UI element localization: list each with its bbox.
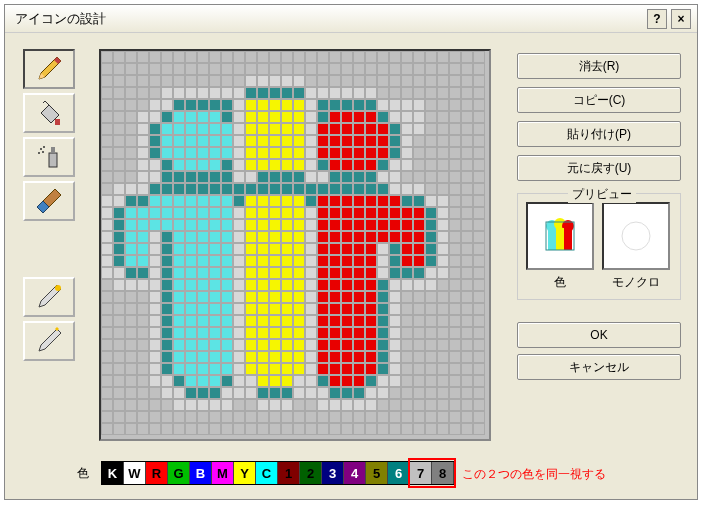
pixel-cell[interactable] (413, 411, 425, 423)
pixel-cell[interactable] (233, 303, 245, 315)
pixel-cell[interactable] (473, 267, 485, 279)
pixel-cell[interactable] (401, 255, 413, 267)
pixel-cell[interactable] (125, 363, 137, 375)
pixel-cell[interactable] (365, 387, 377, 399)
pixel-cell[interactable] (125, 291, 137, 303)
pixel-cell[interactable] (221, 231, 233, 243)
pixel-cell[interactable] (149, 303, 161, 315)
pixel-cell[interactable] (341, 399, 353, 411)
pixel-cell[interactable] (161, 207, 173, 219)
pixel-cell[interactable] (425, 195, 437, 207)
pixel-cell[interactable] (245, 51, 257, 63)
pixel-cell[interactable] (185, 207, 197, 219)
pixel-cell[interactable] (245, 123, 257, 135)
pixel-cell[interactable] (449, 111, 461, 123)
pixel-cell[interactable] (221, 219, 233, 231)
pixel-cell[interactable] (185, 51, 197, 63)
pixel-cell[interactable] (281, 123, 293, 135)
pixel-cell[interactable] (353, 51, 365, 63)
pixel-cell[interactable] (365, 303, 377, 315)
pixel-cell[interactable] (305, 99, 317, 111)
pixel-cell[interactable] (257, 375, 269, 387)
pixel-cell[interactable] (317, 339, 329, 351)
pixel-cell[interactable] (173, 339, 185, 351)
pixel-cell[interactable] (353, 219, 365, 231)
pixel-cell[interactable] (197, 387, 209, 399)
pixel-cell[interactable] (185, 243, 197, 255)
pixel-cell[interactable] (137, 159, 149, 171)
pixel-cell[interactable] (413, 63, 425, 75)
pixel-cell[interactable] (437, 327, 449, 339)
pixel-cell[interactable] (329, 63, 341, 75)
pixel-cell[interactable] (281, 183, 293, 195)
pixel-cell[interactable] (137, 87, 149, 99)
swatch-7[interactable]: 7 (410, 462, 432, 484)
pixel-cell[interactable] (353, 375, 365, 387)
pixel-cell[interactable] (149, 99, 161, 111)
pixel-cell[interactable] (461, 243, 473, 255)
swatch-M[interactable]: M (212, 462, 234, 484)
pixel-cell[interactable] (197, 111, 209, 123)
pixel-cell[interactable] (197, 171, 209, 183)
pixel-cell[interactable] (221, 399, 233, 411)
pixel-cell[interactable] (233, 111, 245, 123)
pixel-cell[interactable] (305, 411, 317, 423)
pixel-cell[interactable] (413, 207, 425, 219)
pixel-cell[interactable] (161, 111, 173, 123)
pixel-cell[interactable] (305, 183, 317, 195)
pixel-cell[interactable] (329, 279, 341, 291)
pixel-cell[interactable] (185, 399, 197, 411)
pixel-cell[interactable] (281, 303, 293, 315)
pixel-cell[interactable] (185, 303, 197, 315)
pixel-cell[interactable] (281, 327, 293, 339)
pixel-cell[interactable] (209, 339, 221, 351)
pixel-cell[interactable] (365, 339, 377, 351)
pixel-cell[interactable] (221, 75, 233, 87)
pixel-cell[interactable] (437, 243, 449, 255)
pixel-cell[interactable] (113, 135, 125, 147)
pixel-cell[interactable] (269, 339, 281, 351)
pixel-cell[interactable] (221, 255, 233, 267)
pixel-cell[interactable] (473, 195, 485, 207)
pixel-cell[interactable] (365, 195, 377, 207)
pixel-cell[interactable] (317, 315, 329, 327)
pixel-cell[interactable] (377, 111, 389, 123)
pixel-cell[interactable] (113, 87, 125, 99)
pixel-cell[interactable] (197, 399, 209, 411)
pixel-cell[interactable] (365, 411, 377, 423)
pixel-cell[interactable] (413, 231, 425, 243)
pixel-cell[interactable] (197, 315, 209, 327)
pixel-cell[interactable] (473, 87, 485, 99)
pixel-cell[interactable] (149, 147, 161, 159)
pixel-cell[interactable] (473, 411, 485, 423)
pixel-cell[interactable] (113, 423, 125, 435)
pixel-cell[interactable] (209, 99, 221, 111)
pixel-cell[interactable] (149, 291, 161, 303)
pixel-cell[interactable] (257, 231, 269, 243)
pixel-cell[interactable] (233, 195, 245, 207)
pixel-cell[interactable] (137, 399, 149, 411)
pixel-cell[interactable] (425, 255, 437, 267)
pixel-cell[interactable] (305, 63, 317, 75)
pixel-cell[interactable] (449, 351, 461, 363)
pixel-cell[interactable] (161, 351, 173, 363)
pixel-cell[interactable] (461, 423, 473, 435)
pixel-cell[interactable] (413, 51, 425, 63)
close-button[interactable]: × (671, 9, 691, 29)
pixel-cell[interactable] (185, 375, 197, 387)
pixel-cell[interactable] (449, 267, 461, 279)
pixel-cell[interactable] (113, 243, 125, 255)
pixel-cell[interactable] (245, 135, 257, 147)
pixel-cell[interactable] (221, 171, 233, 183)
pixel-cell[interactable] (281, 147, 293, 159)
pixel-cell[interactable] (389, 279, 401, 291)
pixel-cell[interactable] (209, 267, 221, 279)
pixel-cell[interactable] (317, 159, 329, 171)
pixel-cell[interactable] (449, 315, 461, 327)
pixel-cell[interactable] (413, 111, 425, 123)
pixel-cell[interactable] (401, 123, 413, 135)
pixel-cell[interactable] (461, 219, 473, 231)
pixel-cell[interactable] (101, 315, 113, 327)
pixel-cell[interactable] (401, 267, 413, 279)
pixel-cell[interactable] (377, 279, 389, 291)
